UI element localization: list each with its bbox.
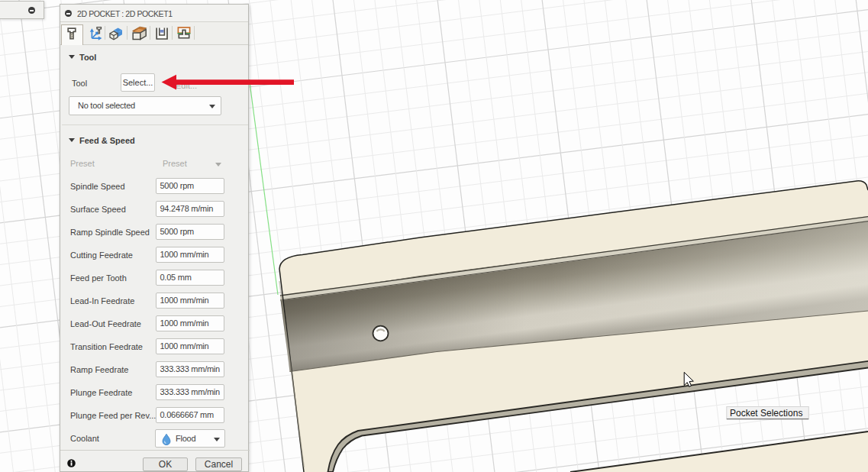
svg-text:Pocket Selections: Pocket Selections	[730, 408, 802, 419]
